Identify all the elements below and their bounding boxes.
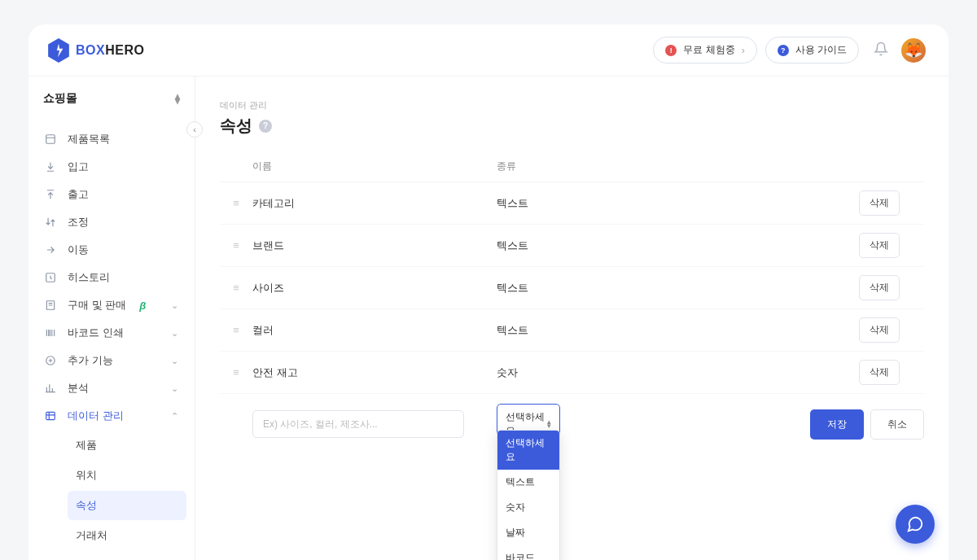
drag-handle-icon[interactable]: ≡ [220, 282, 252, 294]
help-icon[interactable]: ? [259, 120, 272, 133]
chevron-down-icon: ⌄ [171, 383, 178, 394]
svg-rect-4 [46, 412, 55, 419]
drag-handle-icon[interactable]: ≡ [220, 239, 252, 252]
sidebar-item-analytics[interactable]: 분석 ⌄ [37, 374, 186, 402]
download-icon [45, 161, 56, 173]
sidebar-item-settings[interactable]: 결제 및 설정 ⌄ [37, 557, 186, 560]
logo-text: BOXHERO [76, 43, 144, 58]
attr-name: 안전 재고 [252, 365, 497, 380]
sidebar-item-label: 조정 [68, 215, 89, 230]
arrow-right-icon [45, 244, 56, 256]
sidebar-item-label: 구매 및 판매 [68, 298, 126, 313]
sidebar-item-addons[interactable]: 추가 기능 ⌄ [37, 347, 186, 374]
sidebar-item-label: 추가 기능 [68, 353, 113, 368]
col-name: 이름 [252, 160, 497, 173]
plus-icon [45, 355, 56, 366]
chevron-up-icon: ⌃ [171, 411, 178, 422]
sidebar-item-purchase-sales[interactable]: 구매 및 판매 β ⌄ [37, 291, 186, 319]
sidebar-item-label: 출고 [68, 187, 89, 202]
delete-button[interactable]: 삭제 [859, 360, 900, 385]
col-type: 종류 [497, 160, 859, 173]
sidebar-item-label: 히스토리 [68, 270, 110, 285]
sidebar: 쇼핑몰 ▴▾ 제품목록 입고 출고 [28, 77, 195, 560]
clock-icon [45, 272, 56, 283]
table-header: 이름 종류 [220, 151, 924, 182]
sidebar-item-products[interactable]: 제품목록 [37, 125, 186, 153]
dropdown-option-number[interactable]: 숫자 [497, 495, 559, 520]
add-row: 선택하세요 ▴▾ 선택하세요 텍스트 숫자 날짜 바코드 [220, 394, 924, 454]
barcode-icon [45, 327, 56, 339]
sidebar-item-label: 분석 [68, 381, 89, 396]
dropdown-option-date[interactable]: 날짜 [497, 520, 559, 545]
team-switcher[interactable]: 쇼핑몰 ▴▾ [28, 77, 195, 119]
dropdown-option-text[interactable]: 텍스트 [497, 470, 559, 495]
chevron-down-icon: ⌄ [171, 300, 178, 311]
chat-fab[interactable] [896, 505, 935, 544]
avatar[interactable]: 🦊 [901, 38, 926, 63]
sidebar-item-history[interactable]: 히스토리 [37, 264, 186, 291]
attribute-table: 이름 종류 ≡ 카테고리 텍스트 삭제 ≡ 브랜드 텍스트 삭제 ≡ [220, 151, 924, 454]
sidebar-sub-partner[interactable]: 거래처 [68, 521, 186, 550]
box-icon [45, 133, 56, 145]
dropdown-option-placeholder[interactable]: 선택하세요 [497, 431, 559, 470]
sidebar-sub-attribute[interactable]: 속성 [68, 491, 186, 520]
sidebar-item-outbound[interactable]: 출고 [37, 181, 186, 208]
main-content: 데이터 관리 속성 ? 이름 종류 ≡ 카테고리 텍스트 삭제 [195, 77, 949, 560]
collapse-sidebar-button[interactable]: ‹ [186, 121, 203, 138]
trial-label: 무료 체험중 [683, 43, 734, 57]
sidebar-item-label: 제품목록 [68, 132, 110, 147]
app-header: BOXHERO ! 무료 체험중 › ? 사용 가이드 🦊 [28, 24, 949, 77]
chevron-down-icon: ⌄ [171, 328, 178, 339]
beta-badge: β [139, 300, 146, 312]
sidebar-item-label: 바코드 인쇄 [68, 326, 124, 340]
logo[interactable]: BOXHERO [48, 38, 144, 63]
sidebar-item-barcode[interactable]: 바코드 인쇄 ⌄ [37, 319, 186, 347]
svg-rect-0 [46, 135, 55, 144]
delete-button[interactable]: 삭제 [859, 233, 900, 258]
drag-handle-icon[interactable]: ≡ [220, 197, 252, 209]
attr-name: 브랜드 [252, 238, 497, 253]
alert-icon: ! [665, 45, 677, 56]
chevron-down-icon: ⌄ [171, 356, 178, 366]
attr-name: 컬러 [252, 323, 497, 338]
logo-icon [48, 38, 69, 63]
trial-button[interactable]: ! 무료 체험중 › [653, 37, 756, 63]
attr-name: 카테고리 [252, 196, 497, 211]
help-icon: ? [778, 45, 789, 56]
table-row: ≡ 브랜드 텍스트 삭제 [220, 225, 924, 267]
drag-handle-icon[interactable]: ≡ [220, 366, 252, 378]
sidebar-item-adjust[interactable]: 조정 [37, 208, 186, 236]
sidebar-sub-product[interactable]: 제품 [68, 431, 186, 460]
sidebar-item-label: 이동 [68, 243, 89, 257]
attribute-name-input[interactable] [252, 410, 464, 438]
table-row: ≡ 사이즈 텍스트 삭제 [220, 267, 924, 309]
sidebar-item-data-mgmt[interactable]: 데이터 관리 ⌃ [37, 402, 186, 430]
chevron-updown-icon: ▴▾ [175, 94, 180, 103]
save-button[interactable]: 저장 [810, 409, 864, 440]
table-row: ≡ 컬러 텍스트 삭제 [220, 309, 924, 352]
sidebar-item-inbound[interactable]: 입고 [37, 153, 186, 181]
upload-icon [45, 189, 56, 200]
table-row: ≡ 안전 재고 숫자 삭제 [220, 352, 924, 394]
bell-icon[interactable] [874, 42, 888, 59]
breadcrumb: 데이터 관리 [220, 99, 924, 112]
attr-type: 숫자 [497, 365, 859, 380]
receipt-icon [45, 300, 56, 311]
attr-name: 사이즈 [252, 281, 497, 295]
guide-label: 사용 가이드 [795, 43, 847, 57]
attr-type: 텍스트 [497, 196, 859, 211]
chart-icon [45, 383, 56, 394]
drag-handle-icon[interactable]: ≡ [220, 324, 252, 336]
sidebar-item-label: 데이터 관리 [68, 409, 124, 423]
attr-type: 텍스트 [497, 281, 859, 295]
sidebar-item-move[interactable]: 이동 [37, 236, 186, 264]
page-title: 속성 ? [220, 115, 924, 137]
cancel-button[interactable]: 취소 [870, 409, 924, 440]
dropdown-option-barcode[interactable]: 바코드 [497, 545, 559, 560]
guide-button[interactable]: ? 사용 가이드 [765, 37, 859, 63]
delete-button[interactable]: 삭제 [859, 190, 900, 216]
sidebar-sub-location[interactable]: 위치 [68, 461, 186, 490]
delete-button[interactable]: 삭제 [859, 275, 900, 300]
delete-button[interactable]: 삭제 [859, 317, 900, 343]
attr-type: 텍스트 [497, 323, 859, 338]
